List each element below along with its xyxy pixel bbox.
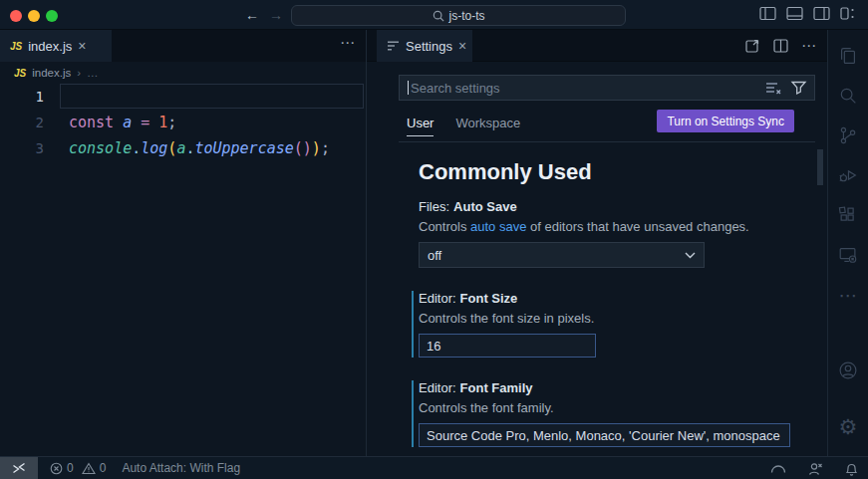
code-token: ) [303, 139, 312, 157]
code-token: ; [167, 114, 176, 131]
scope-tab-workspace[interactable]: Workspace [455, 116, 520, 130]
close-tab-icon[interactable]: × [458, 38, 466, 54]
more-icon[interactable]: ⋯ [839, 275, 858, 315]
history-forward-icon[interactable]: → [269, 6, 283, 24]
search-settings-input[interactable]: Search settings [399, 75, 815, 101]
tab-label: index.js [28, 39, 72, 54]
setting-title: Files:Auto Save [419, 199, 827, 214]
warnings-icon [82, 462, 96, 475]
code-token: console [69, 139, 132, 157]
code-token: const [69, 114, 114, 131]
code-token: toUppercase [194, 139, 293, 157]
settings-editor: Search settings User Workspace Turn on S… [367, 62, 827, 456]
code-token: ) [312, 139, 321, 157]
code-token: a [123, 114, 132, 131]
code-text: const a = 1; [69, 114, 176, 131]
code-token: 1 [158, 114, 167, 131]
auto-attach-status[interactable]: Auto Attach: With Flag [122, 461, 240, 475]
setting-description: Controls auto save of editors that have … [419, 219, 827, 234]
tab-index-js[interactable]: JS index.js × [0, 30, 112, 62]
chevron-down-icon [685, 252, 696, 259]
errors-icon [50, 462, 63, 475]
toggle-panel-icon[interactable] [786, 6, 803, 21]
filter-settings-icon[interactable] [791, 81, 806, 95]
code-token: . [132, 139, 141, 157]
remote-icon [12, 462, 26, 475]
settings-scope-tabs: User Workspace [407, 110, 520, 135]
font-family-input[interactable] [419, 423, 790, 447]
code-token [114, 114, 123, 131]
code-token: log [141, 139, 167, 157]
auto-save-link[interactable]: auto save [470, 219, 526, 234]
warnings-count: 0 [100, 461, 107, 475]
title-bar: ← → js-to-ts [0, 0, 868, 30]
setting-name: Auto Save [453, 199, 517, 214]
settings-gear-icon[interactable]: ⚙ [839, 406, 858, 446]
command-center-search-value: js-to-ts [449, 9, 485, 23]
code-line[interactable]: 2const a = 1; [0, 110, 366, 135]
code-token: ; [321, 139, 330, 157]
problems-status[interactable]: 0 0 [50, 461, 106, 475]
setting-editor-font-size: Editor:Font Size Controls the font size … [412, 291, 827, 358]
breadcrumb-separator: › [77, 67, 81, 79]
status-arc-icon[interactable] [770, 464, 786, 473]
setting-title: Editor:Font Size [419, 291, 827, 306]
auto-save-dropdown[interactable]: off [419, 242, 705, 268]
setting-description: Controls the font family. [419, 400, 827, 415]
code-line[interactable]: 3console.log(a.toUppercase()); [0, 135, 366, 161]
setting-name: Font Size [460, 291, 518, 306]
code-editor[interactable]: 12const a = 1;3console.log(a.toUppercase… [0, 84, 366, 456]
code-token: = [141, 114, 149, 131]
setting-files-auto-save: Files:Auto Save Controls auto save of ed… [412, 199, 827, 268]
toggle-secondary-sidebar-icon[interactable] [813, 6, 830, 21]
remote-explorer-icon[interactable] [837, 235, 859, 275]
turn-on-settings-sync-button[interactable]: Turn on Settings Sync [657, 110, 794, 132]
settings-scrollbar[interactable] [817, 149, 823, 185]
open-settings-json-icon[interactable] [744, 38, 760, 54]
settings-editor-icon [387, 40, 400, 52]
dropdown-value: off [428, 248, 441, 263]
description-text: of editors that have unsaved changes. [526, 219, 748, 234]
search-settings-placeholder: Search settings [411, 81, 763, 96]
clear-settings-search-icon[interactable] [765, 81, 781, 95]
split-editor-icon[interactable] [773, 39, 788, 53]
editor-more-actions-icon[interactable]: ⋯ [801, 37, 817, 55]
code-line[interactable]: 1 [0, 84, 366, 110]
setting-editor-font-family: Editor:Font Family Controls the font fam… [412, 380, 827, 447]
font-size-input[interactable] [419, 334, 596, 358]
line-number: 3 [0, 135, 44, 161]
extensions-icon[interactable] [837, 195, 859, 235]
search-icon[interactable] [837, 76, 859, 116]
zoom-window-button[interactable] [46, 10, 58, 22]
code-token: ( [294, 139, 303, 157]
setting-title: Editor:Font Family [419, 380, 827, 395]
setting-category: Editor: [419, 291, 456, 306]
scope-tab-user[interactable]: User [407, 116, 434, 130]
notifications-bell-icon[interactable] [845, 462, 858, 476]
feedback-icon[interactable] [808, 462, 823, 475]
setting-category: Editor: [419, 380, 456, 395]
javascript-file-icon: JS [10, 41, 22, 52]
command-center-search[interactable]: js-to-ts [291, 5, 626, 26]
breadcrumb-file[interactable]: index.js [32, 67, 71, 79]
minimize-window-button[interactable] [28, 10, 40, 22]
breadcrumb-symbol-more[interactable]: … [87, 67, 99, 79]
customize-layout-icon[interactable] [840, 6, 856, 21]
run-debug-icon[interactable] [837, 155, 859, 195]
remote-indicator[interactable] [0, 457, 38, 479]
settings-list: Commonly Used Files:Auto Save Controls a… [367, 142, 827, 456]
editor-tabbar-left: JS index.js × ⋯ [0, 30, 366, 62]
account-icon[interactable] [837, 351, 859, 390]
close-window-button[interactable] [10, 10, 22, 22]
tab-overflow-more-icon[interactable]: ⋯ [340, 34, 356, 52]
history-back-icon[interactable]: ← [245, 6, 259, 24]
section-title: Commonly Used [419, 159, 827, 185]
explorer-icon[interactable] [837, 36, 859, 76]
editor-tabbar-right: Settings × ⋯ [367, 30, 827, 62]
source-control-icon[interactable] [837, 116, 859, 155]
close-tab-icon[interactable]: × [78, 38, 86, 54]
activity-bar: ⋯ ⚙ [827, 30, 868, 456]
setting-description: Controls the font size in pixels. [419, 311, 827, 326]
tab-settings[interactable]: Settings × [377, 30, 472, 62]
toggle-primary-sidebar-icon[interactable] [759, 6, 776, 21]
